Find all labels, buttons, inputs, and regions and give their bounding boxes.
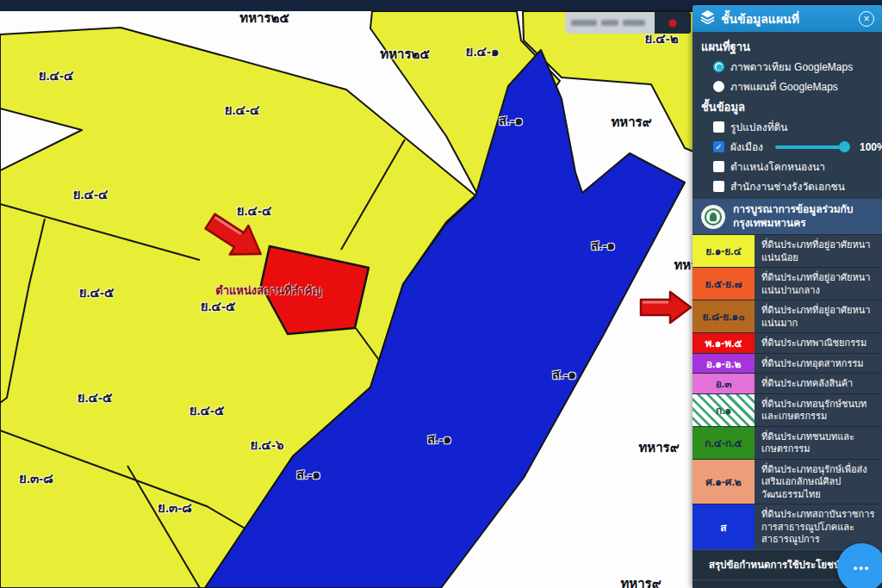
basemap-heading: แผนที่ฐาน — [701, 38, 873, 56]
legend-row-5: อ.๓ที่ดินประเภทคลังสินค้า — [693, 373, 882, 393]
more-options-fab[interactable]: ••• — [837, 543, 882, 588]
layer-checkbox-list: รูปแปลงที่ดิน✓ผังเมือง100%ตำแหน่งโคกหนอง… — [701, 117, 873, 196]
opacity-value: 100% — [860, 141, 882, 153]
record-dot-icon — [669, 19, 677, 27]
legend-row-0: ย.๑-ย.๔ที่ดินประเภทที่อยู่อาศัยหนาแน่นน้… — [693, 234, 882, 267]
opacity-slider[interactable] — [775, 145, 848, 149]
layer-panel: ชั้นข้อมูลแผนที่ × แผนที่ฐาน ภาพดาวเทียม… — [693, 5, 882, 588]
panel-header: ชั้นข้อมูลแผนที่ × — [693, 5, 882, 32]
legend-row-9: สที่ดินประเภทสถาบันราชการการสาธารณูปโภคแ… — [693, 504, 882, 549]
bangkok-seal-icon — [701, 205, 725, 229]
legend-swatch: ย.๑-ย.๔ — [693, 235, 755, 267]
legend-swatch: อ.๓ — [693, 374, 755, 393]
integration-text: การบูรณาการข้อมูลร่วมกับ กรุงเทพมหานคร — [733, 203, 853, 230]
legend-swatch: อ.๑-อ.๒ — [693, 354, 755, 374]
zoning-legend: ย.๑-ย.๔ที่ดินประเภทที่อยู่อาศัยหนาแน่นน้… — [693, 234, 882, 549]
layers-heading: ชั้นข้อมูล — [701, 98, 873, 116]
layer-label: รูปแปลงที่ดิน — [730, 119, 788, 135]
basemap-option-0[interactable]: ภาพดาวเทียม GoogleMaps — [701, 57, 873, 77]
legend-swatch: ย.๕-ย.๗ — [693, 268, 755, 300]
legend-description: ที่ดินประเภทที่อยู่อาศัยหนาแน่นน้อย — [755, 235, 882, 267]
legend-swatch: ศ.๑-ศ.๒ — [693, 460, 755, 504]
layer-row-2[interactable]: ตำแหน่งโคกหนองนา — [701, 157, 873, 176]
basemap-options: ภาพดาวเทียม GoogleMapsภาพแผนที่ GoogleMa… — [701, 57, 873, 96]
layer-label: ผังเมือง — [730, 139, 763, 155]
legend-description: ที่ดินประเภทอนุรักษ์เพื่อส่งเสริมเอกลักษ… — [755, 460, 882, 504]
checkbox-icon[interactable] — [713, 121, 724, 133]
legend-swatch: ก.๔-ก.๕ — [693, 427, 755, 459]
layers-icon — [700, 9, 715, 28]
legend-description: ที่ดินประเภทที่อยู่อาศัยหนาแน่นปานกลาง — [755, 268, 882, 300]
legend-row-3: พ.๑-พ.๕ที่ดินประเภทพาณิชยกรรม — [693, 332, 882, 353]
legend-row-2: ย.๘-ย.๑๐ที่ดินประเภทที่อยู่อาศัยหนาแน่นม… — [693, 300, 882, 332]
legend-row-4: อ.๑-อ.๒ที่ดินประเภทอุตสาหกรรม — [693, 353, 882, 374]
checkbox-icon[interactable]: ✓ — [713, 141, 724, 152]
legend-description: ที่ดินประเภทที่อยู่อาศัยหนาแน่นมาก — [755, 300, 882, 332]
legend-description: ที่ดินประเภทคลังสินค้า — [755, 374, 882, 393]
layer-label: สำนักงานช่างรังวัดเอกชน — [730, 178, 845, 195]
watermark-logo-box — [655, 12, 691, 34]
close-icon[interactable]: × — [859, 11, 874, 27]
layer-row-1[interactable]: ✓ผังเมือง100% — [701, 137, 873, 157]
legend-swatch: ส — [693, 504, 755, 549]
basemap-option-1[interactable]: ภาพแผนที่ GoogleMaps — [701, 77, 873, 96]
radio-icon[interactable] — [713, 81, 724, 92]
legend-swatch: พ.๑-พ.๕ — [693, 333, 755, 353]
integration-banner: การบูรณาการข้อมูลร่วมกับ กรุงเทพมหานคร — [693, 199, 882, 234]
layer-label: ตำแหน่งโคกหนองนา — [730, 158, 825, 175]
app-screen: ทหาร๒๕ทหาร๒๕ทหาร๒๕ย.๔-๑ย.๔-๒ย.๔-๔ย.๔-๔ย.… — [0, 0, 882, 588]
legend-description: ที่ดินประเภทชนบทและเกษตรกรรม — [755, 427, 882, 459]
legend-description: ที่ดินประเภทอนุรักษ์ชนบทและเกษตรกรรม — [755, 394, 882, 426]
radio-icon[interactable] — [713, 61, 724, 72]
legend-description: ที่ดินประเภทอุตสาหกรรม — [755, 354, 882, 374]
slider-thumb[interactable] — [839, 141, 850, 152]
legend-swatch: ก.๑ — [693, 394, 755, 426]
layer-row-3[interactable]: สำนักงานช่างรังวัดเอกชน — [701, 176, 873, 196]
basemap-option-label: ภาพแผนที่ GoogleMaps — [730, 78, 838, 95]
map-watermark — [565, 12, 691, 34]
watermark-blurred-text — [565, 12, 655, 34]
legend-swatch: ย.๘-ย.๑๐ — [693, 300, 755, 332]
legend-description: ที่ดินประเภทพาณิชยกรรม — [755, 333, 882, 353]
layer-row-0[interactable]: รูปแปลงที่ดิน — [701, 117, 873, 137]
legend-row-1: ย.๕-ย.๗ที่ดินประเภทที่อยู่อาศัยหนาแน่นปา… — [693, 267, 882, 300]
panel-title: ชั้นข้อมูลแผนที่ — [721, 9, 853, 28]
checkbox-icon[interactable] — [713, 161, 724, 172]
panel-controls: แผนที่ฐาน ภาพดาวเทียม GoogleMapsภาพแผนที… — [693, 32, 882, 199]
legend-row-8: ศ.๑-ศ.๒ที่ดินประเภทอนุรักษ์เพื่อส่งเสริม… — [693, 459, 882, 504]
legend-row-6: ก.๑ที่ดินประเภทอนุรักษ์ชนบทและเกษตรกรรม — [693, 393, 882, 426]
basemap-option-label: ภาพดาวเทียม GoogleMaps — [730, 59, 853, 75]
legend-row-7: ก.๔-ก.๕ที่ดินประเภทชนบทและเกษตรกรรม — [693, 426, 882, 459]
checkbox-icon[interactable] — [713, 181, 724, 192]
